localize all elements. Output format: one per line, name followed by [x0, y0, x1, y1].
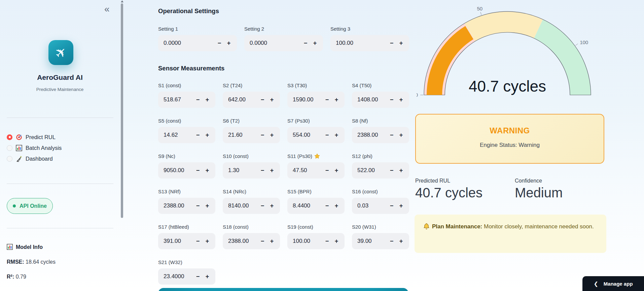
- number-input[interactable]: 522.00 − +: [352, 162, 409, 179]
- decrement-button[interactable]: −: [258, 238, 267, 244]
- number-input[interactable]: 518.67 − +: [158, 92, 215, 108]
- number-input[interactable]: 391.00 − +: [158, 233, 215, 249]
- manage-app-button[interactable]: ❮ Manage app: [582, 276, 644, 291]
- number-value[interactable]: 554.00: [293, 132, 322, 138]
- main-scrollbar[interactable]: [121, 3, 123, 218]
- increment-button[interactable]: +: [203, 203, 212, 209]
- number-input[interactable]: 2388.00 − +: [158, 198, 215, 214]
- decrement-button[interactable]: −: [387, 238, 396, 244]
- number-input[interactable]: 2388.00 − +: [223, 233, 280, 249]
- increment-button[interactable]: +: [203, 167, 212, 173]
- number-value[interactable]: 1.30: [228, 167, 258, 174]
- number-value[interactable]: 642.00: [228, 96, 258, 103]
- decrement-button[interactable]: −: [322, 167, 332, 173]
- radio-unselected[interactable]: [7, 156, 12, 162]
- number-value[interactable]: 39.00: [357, 238, 387, 245]
- number-input[interactable]: 0.03 − +: [352, 198, 409, 214]
- nav-option-batch-analysis[interactable]: Batch Analysis: [7, 142, 62, 153]
- number-value[interactable]: 100.00: [336, 40, 387, 46]
- number-value[interactable]: 391.00: [164, 238, 193, 245]
- number-input[interactable]: 1590.00 − +: [287, 92, 345, 108]
- increment-button[interactable]: +: [267, 132, 277, 138]
- number-value[interactable]: 2388.00: [164, 202, 193, 209]
- decrement-button[interactable]: −: [301, 40, 310, 46]
- decrement-button[interactable]: −: [193, 167, 203, 173]
- increment-button[interactable]: +: [224, 40, 234, 46]
- decrement-button[interactable]: −: [322, 203, 332, 209]
- increment-button[interactable]: +: [396, 167, 406, 173]
- increment-button[interactable]: +: [332, 167, 341, 173]
- radio-selected[interactable]: [7, 134, 12, 140]
- number-value[interactable]: 0.03: [357, 202, 387, 209]
- increment-button[interactable]: +: [396, 132, 406, 138]
- number-input[interactable]: 39.00 − +: [352, 233, 409, 249]
- number-input[interactable]: 9050.00 − +: [158, 162, 215, 179]
- number-value[interactable]: 1408.00: [357, 96, 387, 103]
- increment-button[interactable]: +: [267, 203, 277, 209]
- increment-button[interactable]: +: [396, 238, 406, 244]
- increment-button[interactable]: +: [203, 132, 212, 138]
- number-value[interactable]: 21.60: [228, 132, 258, 138]
- decrement-button[interactable]: −: [387, 97, 396, 103]
- decrement-button[interactable]: −: [258, 97, 267, 103]
- number-input[interactable]: 47.50 − +: [287, 162, 345, 179]
- decrement-button[interactable]: −: [193, 132, 203, 138]
- number-value[interactable]: 23.4000: [164, 273, 193, 280]
- decrement-button[interactable]: −: [258, 203, 267, 209]
- decrement-button[interactable]: −: [387, 40, 396, 46]
- number-input[interactable]: 14.62 − +: [158, 127, 215, 143]
- number-value[interactable]: 100.00: [293, 238, 322, 245]
- increment-button[interactable]: +: [396, 40, 406, 46]
- number-value[interactable]: 9050.00: [164, 167, 193, 174]
- number-value[interactable]: 518.67: [164, 96, 193, 103]
- predict-rul-button[interactable]: [158, 288, 408, 291]
- increment-button[interactable]: +: [310, 40, 320, 46]
- decrement-button[interactable]: −: [193, 203, 203, 209]
- increment-button[interactable]: +: [267, 238, 277, 244]
- increment-button[interactable]: +: [203, 97, 212, 103]
- number-input[interactable]: 21.60 − +: [223, 127, 280, 143]
- increment-button[interactable]: +: [332, 238, 341, 244]
- number-value[interactable]: 1590.00: [293, 96, 322, 103]
- number-value[interactable]: 8140.00: [228, 202, 258, 209]
- number-value[interactable]: 47.50: [293, 167, 322, 174]
- number-input[interactable]: 1408.00 − +: [352, 92, 409, 108]
- decrement-button[interactable]: −: [387, 167, 396, 173]
- number-value[interactable]: 0.0000: [164, 40, 215, 46]
- scrollbar-up-arrow[interactable]: [121, 0, 123, 2]
- increment-button[interactable]: +: [267, 167, 277, 173]
- decrement-button[interactable]: −: [193, 273, 203, 280]
- number-value[interactable]: 8.4400: [293, 202, 322, 209]
- number-input[interactable]: 100.00 − +: [287, 233, 345, 249]
- number-value[interactable]: 2388.00: [228, 238, 258, 245]
- sidebar-collapse-button[interactable]: «: [102, 4, 112, 14]
- increment-button[interactable]: +: [332, 203, 341, 209]
- decrement-button[interactable]: −: [322, 97, 332, 103]
- increment-button[interactable]: +: [396, 203, 406, 209]
- number-value[interactable]: 522.00: [357, 167, 387, 174]
- number-input[interactable]: 0.0000 − +: [158, 35, 237, 51]
- nav-option-predict-rul[interactable]: Predict RUL: [7, 132, 62, 142]
- decrement-button[interactable]: −: [215, 40, 224, 46]
- increment-button[interactable]: +: [332, 97, 341, 103]
- radio-unselected[interactable]: [7, 145, 12, 151]
- number-input[interactable]: 8.4400 − +: [287, 198, 345, 214]
- number-input[interactable]: 1.30 − +: [223, 162, 280, 179]
- decrement-button[interactable]: −: [193, 238, 203, 244]
- number-input[interactable]: 8140.00 − +: [223, 198, 280, 214]
- number-input[interactable]: 554.00 − +: [287, 127, 345, 143]
- number-input[interactable]: 642.00 − +: [223, 92, 280, 108]
- increment-button[interactable]: +: [396, 97, 406, 103]
- increment-button[interactable]: +: [332, 132, 341, 138]
- decrement-button[interactable]: −: [193, 97, 203, 103]
- number-value[interactable]: 2388.00: [357, 132, 387, 138]
- number-input[interactable]: 2388.00 − +: [352, 127, 409, 143]
- number-input[interactable]: 0.0000 − +: [244, 35, 323, 51]
- number-value[interactable]: 14.62: [164, 132, 193, 138]
- increment-button[interactable]: +: [203, 273, 212, 280]
- decrement-button[interactable]: −: [258, 132, 267, 138]
- number-input[interactable]: 100.00 − +: [330, 35, 409, 51]
- number-input[interactable]: 23.4000 − +: [158, 268, 215, 285]
- decrement-button[interactable]: −: [322, 238, 332, 244]
- increment-button[interactable]: +: [203, 238, 212, 244]
